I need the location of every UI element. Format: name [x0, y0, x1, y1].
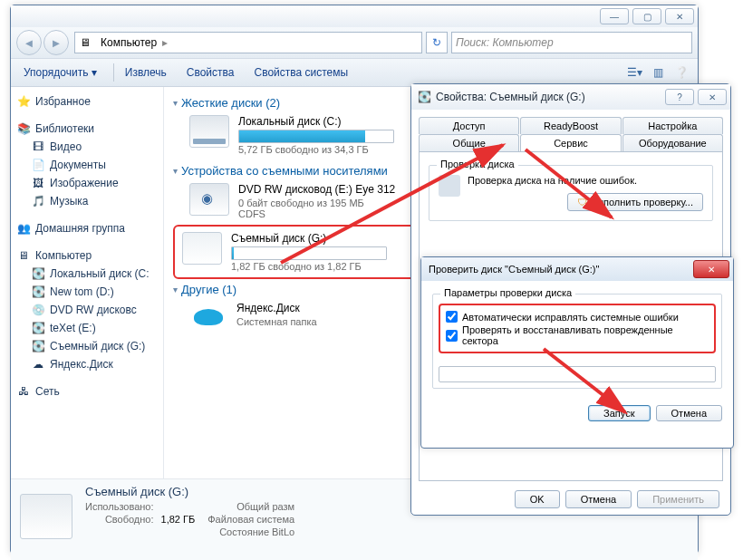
check-disk-dialog: Проверить диск "Съемный диск (G:)" ✕ Пар…: [420, 256, 734, 449]
dvd-icon: 💿: [31, 303, 45, 317]
system-properties-button[interactable]: Свойства системы: [246, 63, 355, 82]
close-button[interactable]: ✕: [693, 260, 729, 278]
close-button[interactable]: ✕: [665, 8, 694, 24]
disk-icon: 💽: [417, 90, 431, 104]
option-scan-sectors[interactable]: Проверять и восстанавливать поврежденные…: [446, 324, 709, 346]
apply-button[interactable]: Применить: [637, 490, 719, 508]
organize-button[interactable]: Упорядочить ▾: [16, 63, 104, 82]
hdd-icon: [189, 115, 229, 148]
back-button[interactable]: ◄: [16, 30, 42, 55]
sidebar: ⭐Избранное 📚Библиотеки 🎞Видео 📄Документы…: [11, 87, 164, 478]
computer-icon: 🖥: [78, 35, 92, 50]
disk-icon: 💽: [31, 339, 45, 353]
usage-bar: [231, 246, 387, 260]
sidebar-item-d[interactable]: 💽New tom (D:): [11, 283, 163, 301]
group-label: Проверка диска: [437, 159, 518, 169]
start-button[interactable]: Запуск: [588, 405, 650, 421]
picture-icon: 🖼: [31, 176, 45, 190]
tab-hardware[interactable]: Оборудование: [622, 134, 723, 151]
ok-button[interactable]: OK: [515, 490, 560, 508]
sidebar-item-music[interactable]: 🎵Музыка: [11, 192, 163, 210]
disk-icon: 💽: [31, 266, 45, 281]
tab-readyboost[interactable]: ReadyBoost: [520, 117, 621, 134]
check-disk-group: Проверка диска Проверка диска на наличие…: [429, 165, 713, 221]
usb-icon: [182, 232, 222, 265]
group-text: Проверка диска на наличие ошибок.: [468, 175, 703, 186]
help-icon[interactable]: ❔: [671, 62, 692, 83]
music-icon: 🎵: [31, 194, 45, 208]
shield-icon: 🛡: [577, 197, 587, 208]
sidebar-item-texet[interactable]: 💽teXet (E:): [11, 319, 163, 337]
address-segment[interactable]: Компьютер: [97, 35, 160, 50]
eject-button[interactable]: Извлечь: [118, 63, 174, 82]
tab-customize[interactable]: Настройка: [622, 117, 723, 134]
sidebar-item-documents[interactable]: 📄Документы: [11, 156, 163, 174]
close-button[interactable]: ✕: [698, 89, 727, 105]
options-label: Параметры проверки диска: [440, 287, 575, 298]
sidebar-item-dvd[interactable]: 💿DVD RW дисковс: [11, 301, 163, 319]
sidebar-libraries[interactable]: 📚Библиотеки: [11, 120, 163, 138]
address-bar[interactable]: 🖥 Компьютер ▸: [74, 32, 422, 53]
cancel-button[interactable]: Отмена: [656, 405, 722, 421]
computer-icon: 🖥: [16, 248, 31, 263]
help-button[interactable]: ?: [665, 89, 694, 105]
forward-button[interactable]: ►: [43, 30, 69, 55]
dvd-icon: [189, 183, 229, 216]
run-check-button[interactable]: 🛡Выполнить проверку...: [567, 193, 703, 211]
sidebar-network[interactable]: 🖧Сеть: [11, 382, 163, 401]
tab-general[interactable]: Общие: [419, 134, 519, 151]
usb-large-icon: [20, 494, 72, 539]
view-icon[interactable]: ☰▾: [623, 62, 645, 83]
checkbox-scan[interactable]: [446, 330, 458, 342]
dialog-title: Проверить диск "Съемный диск (G:)": [429, 264, 693, 275]
preview-icon[interactable]: ▥: [647, 62, 669, 83]
sidebar-item-g[interactable]: 💽Съемный диск (G:): [11, 337, 163, 355]
tab-service[interactable]: Сервис: [520, 134, 621, 151]
explorer-titlebar: — ▢ ✕: [11, 5, 698, 27]
option-fix-errors[interactable]: Автоматически исправлять системные ошибк…: [446, 311, 709, 323]
tab-access[interactable]: Доступ: [419, 117, 519, 134]
homegroup-icon: 👥: [16, 221, 31, 236]
maximize-button[interactable]: ▢: [632, 8, 661, 24]
usage-bar: [238, 130, 394, 143]
dialog-title: Свойства: Съемный диск (G:): [436, 91, 661, 103]
checkbox-fix[interactable]: [446, 311, 458, 323]
sidebar-item-c[interactable]: 💽Локальный диск (C:: [11, 265, 163, 283]
sidebar-computer[interactable]: 🖥Компьютер: [11, 246, 163, 265]
details-title: Съемный диск (G:): [85, 485, 195, 498]
search-input[interactable]: Поиск: Компьютер: [451, 32, 692, 53]
video-icon: 🎞: [31, 140, 45, 154]
properties-button[interactable]: Свойства: [179, 63, 242, 82]
network-icon: 🖧: [16, 384, 31, 399]
progress-bar: [439, 366, 716, 382]
sidebar-item-yandex[interactable]: ☁Яндекс.Диск: [11, 355, 163, 373]
disk-icon: 💽: [31, 321, 45, 335]
sidebar-item-pictures[interactable]: 🖼Изображение: [11, 174, 163, 192]
star-icon: ⭐: [16, 94, 31, 109]
cancel-button[interactable]: Отмена: [565, 490, 632, 508]
document-icon: 📄: [31, 158, 45, 172]
chevron-right-icon[interactable]: ▸: [160, 36, 169, 49]
options-highlighted: Автоматически исправлять системные ошибк…: [439, 304, 716, 353]
disk-check-icon: [439, 175, 460, 197]
cloud-icon: ☁: [31, 357, 45, 372]
sidebar-favorites[interactable]: ⭐Избранное: [11, 92, 163, 111]
library-icon: 📚: [16, 121, 31, 136]
sidebar-homegroup[interactable]: 👥Домашняя группа: [11, 219, 163, 237]
nav-bar: ◄ ► 🖥 Компьютер ▸ ↻ Поиск: Компьютер: [11, 27, 698, 58]
disk-icon: 💽: [31, 285, 45, 299]
cloud-icon: [189, 302, 227, 333]
refresh-button[interactable]: ↻: [426, 32, 448, 53]
minimize-button[interactable]: —: [600, 8, 629, 24]
sidebar-item-video[interactable]: 🎞Видео: [11, 138, 163, 156]
